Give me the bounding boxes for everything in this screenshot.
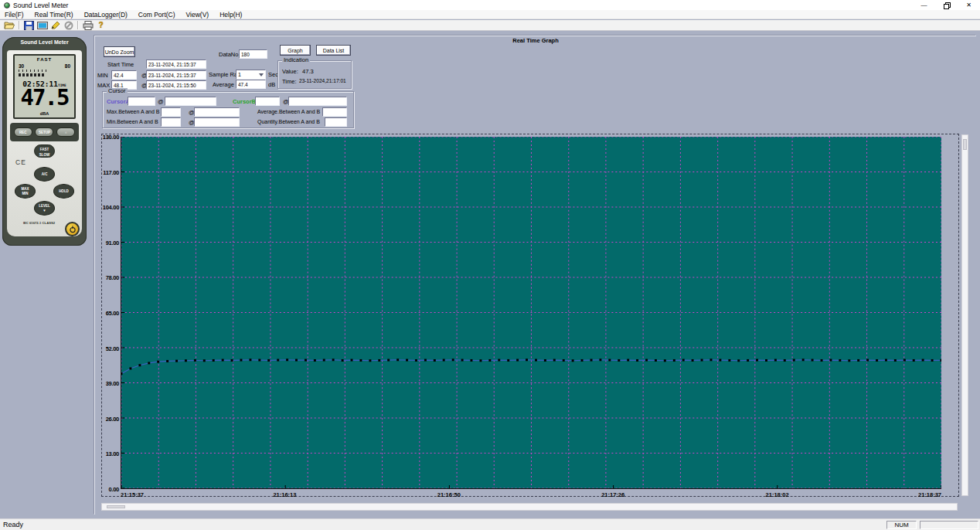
restore-button[interactable]	[935, 0, 958, 10]
window-view-button[interactable]	[36, 20, 49, 30]
vertical-scroll-thumb[interactable]	[963, 139, 967, 150]
cursor-group-title: Cursor	[107, 88, 128, 94]
save-button[interactable]	[22, 20, 36, 30]
cursor-a-time-field[interactable]	[165, 97, 216, 106]
y-axis-label: 117.00	[103, 168, 119, 175]
min-between-time-field[interactable]	[194, 117, 240, 127]
x-axis-label: 21:18:02	[766, 491, 789, 498]
y-axis-label: 13.00	[106, 450, 119, 457]
x-axis-labels: 21:15:3721:16:1321:16:5021:17:2621:18:02…	[121, 491, 941, 499]
y-axis-label: 26.00	[106, 415, 119, 422]
real-time-graph-panel: Real Time Graph UnDo Zoom Graph Data Lis…	[94, 36, 976, 515]
main-content: Sound Level Meter FAST 30 80 02:52:11TIM…	[0, 32, 980, 518]
ac-label: A/C	[42, 172, 48, 176]
num-lock-indicator: NUM	[886, 521, 917, 529]
lcd-bargraph	[19, 73, 45, 76]
cursor-group: Cursor CursorA @ CursorB @ Max.Between A…	[102, 91, 354, 128]
open-file-button[interactable]	[3, 20, 16, 30]
start-time-label: Start Time	[107, 61, 134, 68]
fast-label: FAST	[40, 148, 49, 151]
max-between-label: Max.Between A and B	[107, 109, 160, 114]
indication-group-title: Indication	[282, 57, 310, 63]
save-icon	[24, 21, 34, 30]
y-axis-label: 39.00	[106, 380, 119, 387]
menu-help[interactable]: Help(H)	[215, 11, 248, 19]
average-field[interactable]	[236, 80, 266, 89]
x-axis-label: 21:15:37	[121, 491, 144, 498]
cursor-b-time-field[interactable]	[288, 97, 347, 106]
minimize-button[interactable]: —	[913, 0, 935, 10]
status-bar: Ready NUM	[0, 518, 980, 530]
quantity-between-field[interactable]	[325, 117, 347, 127]
app-icon	[4, 2, 10, 8]
start-time-field[interactable]	[146, 59, 206, 69]
printer-icon	[83, 21, 94, 30]
lcd-scale-right: 80	[65, 63, 70, 69]
chart-vertical-scrollbar[interactable]	[961, 134, 968, 496]
stop-button[interactable]	[62, 20, 75, 30]
cursor-a-value-field[interactable]	[128, 97, 155, 106]
help-button[interactable]: ?	[94, 20, 107, 30]
graph-button[interactable]: Graph	[280, 45, 311, 56]
menu-real-time[interactable]: Real Time(R)	[30, 11, 80, 19]
device-title: Sound Level Meter	[2, 39, 87, 45]
sample-rate-select[interactable]: 1	[236, 70, 266, 80]
window-title: Sound Level Meter	[13, 2, 68, 9]
average-label: Average	[213, 81, 234, 88]
x-axis-label: 21:16:50	[437, 491, 461, 498]
x-axis-label: 21:18:37	[918, 491, 941, 498]
undo-zoom-button[interactable]: UnDo Zoom	[104, 46, 135, 57]
toolbar: ?	[0, 20, 980, 31]
menu-datalogger[interactable]: DataLogger(D)	[80, 11, 134, 19]
power-icon	[69, 226, 77, 233]
lcd-value: 47.5	[15, 87, 74, 109]
y-axis-labels: 130.00117.00104.0091.0078.0065.0052.0039…	[97, 137, 119, 489]
device-backlight-button: ☼	[56, 127, 75, 137]
min-between-label: Min.Between A and B	[107, 119, 158, 124]
cursor-b-label: CursorB	[233, 98, 256, 105]
horizontal-scroll-thumb[interactable]	[107, 505, 125, 508]
datano-label: DataNo.	[219, 51, 240, 58]
cursor-a-at-label: @	[158, 98, 164, 105]
menu-file[interactable]: File(F)	[0, 11, 30, 19]
lcd-unit: dBA	[15, 111, 74, 116]
hold-label: HOLD	[59, 189, 69, 193]
max-between-value-field[interactable]	[161, 107, 181, 117]
lcd-mode-label: FAST	[15, 57, 74, 62]
min-between-value-field[interactable]	[161, 117, 181, 127]
max-time-field[interactable]	[146, 80, 206, 90]
panel-title: Real Time Graph	[95, 37, 976, 44]
device-hold-button: HOLD	[53, 184, 74, 199]
status-cell-empty	[920, 521, 978, 529]
lcd-scale-ticks	[19, 70, 49, 72]
datano-field[interactable]	[239, 49, 267, 59]
edit-button[interactable]	[49, 20, 62, 30]
y-axis-label: 78.00	[106, 274, 119, 281]
average-between-field[interactable]	[322, 107, 347, 117]
y-axis-label: 91.00	[106, 239, 119, 246]
chart-plot-area[interactable]	[121, 137, 941, 489]
max-between-time-field[interactable]	[194, 107, 240, 117]
cursor-b-value-field[interactable]	[255, 97, 280, 106]
help-icon: ?	[98, 21, 103, 29]
min-time-field[interactable]	[146, 70, 206, 80]
indication-time: 23-11-2024,21:17:01	[299, 78, 346, 83]
close-button[interactable]: ✕	[958, 0, 980, 10]
x-axis-label: 21:16:13	[273, 491, 296, 498]
device-level-button: LEVEL▼	[34, 201, 55, 216]
sound-level-meter-image: Sound Level Meter FAST 30 80 02:52:11TIM…	[2, 37, 87, 246]
app-window: Sound Level Meter — ✕ File(F) Real Time(…	[0, 0, 980, 530]
pen-icon	[50, 21, 60, 30]
restore-icon	[944, 2, 950, 8]
data-list-button[interactable]: Data List	[316, 45, 351, 56]
quantity-between-label: Quantity.Between A and B	[257, 119, 320, 124]
device-key-row: REC SETUP ☼	[10, 123, 79, 141]
chart-horizontal-scrollbar[interactable]	[101, 503, 958, 511]
menu-com-port[interactable]: Com Port(C)	[134, 11, 182, 19]
menu-view[interactable]: View(V)	[182, 11, 216, 19]
min-value-field[interactable]	[111, 70, 137, 80]
device-ac-button: A/C	[34, 167, 55, 182]
toolbar-separator	[77, 21, 79, 29]
print-button[interactable]	[81, 20, 94, 30]
device-maxmin-button: MAXMIN	[15, 184, 36, 199]
